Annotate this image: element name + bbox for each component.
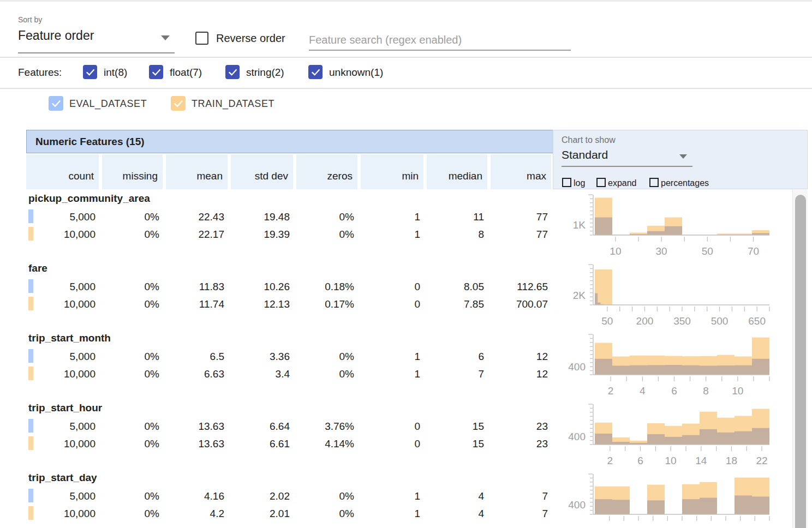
feature-name: trip_start_hour (28, 401, 102, 415)
svg-text:350: 350 (673, 315, 691, 327)
filter-float-checkbox[interactable] (149, 65, 163, 79)
stat-max: 12 (491, 365, 548, 383)
feature-name: fare (28, 262, 47, 275)
stat-median: 8 (427, 226, 484, 243)
stat-zeros: 0% (296, 365, 354, 383)
svg-text:10: 10 (610, 245, 621, 257)
eval-dataset-checkbox[interactable] (49, 96, 63, 111)
stat-mean: 22.43 (166, 208, 224, 226)
percentages-checkbox[interactable] (649, 178, 659, 187)
reverse-order-checkbox[interactable] (195, 32, 208, 45)
stat-mean: 13.63 (166, 418, 224, 435)
stat-min: 0 (361, 296, 420, 313)
train-dataset-checkbox[interactable] (171, 96, 186, 111)
svg-text:70: 70 (748, 245, 759, 257)
eval-dataset-label: EVAL_DATASET (69, 98, 147, 110)
svg-text:2: 2 (608, 385, 614, 397)
svg-text:50: 50 (601, 315, 613, 327)
features-label: Features: (18, 67, 62, 79)
column-header-std-dev: std dev (231, 154, 293, 189)
stat-mean: 22.17 (166, 226, 224, 243)
sort-by-underline (18, 52, 175, 53)
filter-float-label: float(7) (170, 67, 202, 79)
stat-std-dev: 12.13 (231, 296, 290, 313)
stat-median: 15 (427, 418, 484, 435)
filter-unknown-label: unknown(1) (329, 67, 383, 79)
svg-text:30: 30 (656, 245, 667, 257)
svg-text:650: 650 (748, 315, 766, 327)
stat-mean: 6.63 (166, 365, 224, 383)
svg-text:400: 400 (568, 499, 586, 511)
stat-max: 7 (491, 488, 548, 505)
stat-median: 8.05 (427, 278, 484, 296)
stat-std-dev: 19.48 (231, 208, 290, 226)
log-checkbox[interactable] (562, 178, 571, 187)
stat-mean: 11.83 (166, 278, 224, 296)
stat-mean: 4.16 (166, 488, 224, 505)
column-header-missing: missing (102, 154, 163, 189)
stat-min: 0 (361, 418, 420, 435)
filter-unknown-checkbox[interactable] (308, 65, 323, 79)
stat-zeros: 0.18% (296, 278, 354, 296)
svg-text:6: 6 (671, 385, 677, 397)
svg-text:400: 400 (568, 361, 586, 373)
filter-int-label: int(8) (104, 67, 127, 79)
stat-median: 7.85 (427, 296, 484, 313)
chart-type-select[interactable]: Standard (562, 148, 692, 167)
stat-min: 0 (361, 435, 420, 453)
chart-type-underline (562, 166, 692, 167)
stat-median: 7 (427, 365, 484, 383)
stat-zeros: 0% (296, 226, 354, 243)
stat-count: 5,000 (26, 278, 95, 296)
feature-name: trip_start_month (28, 332, 111, 345)
svg-text:8: 8 (703, 385, 709, 397)
stat-max: 77 (491, 226, 548, 243)
stat-count: 10,000 (26, 435, 95, 453)
stat-count: 5,000 (26, 488, 95, 505)
svg-text:2K: 2K (573, 290, 586, 301)
sort-by-select[interactable]: Feature order (18, 28, 175, 53)
stat-zeros: 0% (296, 505, 354, 523)
svg-text:400: 400 (568, 431, 586, 442)
stat-missing: 0% (102, 226, 159, 243)
svg-text:4: 4 (640, 385, 646, 397)
stat-std-dev: 3.4 (231, 365, 290, 383)
stat-count: 5,000 (26, 418, 95, 435)
chevron-down-icon (679, 154, 687, 159)
vertical-scrollbar-thumb[interactable] (795, 195, 806, 528)
stat-zeros: 0% (296, 348, 354, 365)
train-dataset-label: TRAIN_DATASET (192, 98, 274, 110)
stat-count: 5,000 (26, 348, 95, 365)
feature-name: pickup_community_area (28, 192, 150, 205)
histogram-trip_start_month: 246810400 (562, 331, 780, 399)
feature-name: trip_start_day (28, 471, 97, 484)
feature-search-input[interactable] (309, 30, 571, 51)
stat-zeros: 0% (296, 208, 354, 226)
vertical-scrollbar-track[interactable] (792, 190, 808, 528)
stat-max: 23 (491, 435, 548, 453)
histogram-pickup_community_area: 103050701K (562, 191, 780, 260)
stat-max: 23 (491, 418, 548, 435)
svg-text:22: 22 (756, 455, 768, 466)
svg-text:1K: 1K (573, 219, 586, 231)
stat-missing: 0% (102, 435, 159, 453)
window-top-edge (0, 0, 812, 2)
svg-text:10: 10 (665, 455, 677, 466)
stat-median: 4 (427, 488, 484, 505)
stat-max: 12 (491, 348, 548, 365)
stat-missing: 0% (102, 418, 159, 435)
column-header-zeros: zeros (296, 154, 357, 189)
divider (0, 88, 812, 89)
stat-count: 10,000 (26, 296, 95, 313)
stat-count: 10,000 (26, 365, 95, 383)
histogram-trip_start_day: 400 (562, 470, 780, 528)
filter-string-checkbox[interactable] (225, 65, 240, 79)
stat-std-dev: 6.61 (231, 435, 290, 453)
stat-std-dev: 10.26 (231, 278, 290, 296)
log-label: log (574, 178, 585, 188)
stat-max: 700.07 (491, 296, 548, 313)
facets-overview-screen: Sort by Feature order Reverse order Feat… (0, 0, 812, 528)
expand-checkbox[interactable] (596, 178, 606, 187)
filter-int-checkbox[interactable] (83, 65, 97, 79)
stat-mean: 4.2 (166, 505, 224, 523)
